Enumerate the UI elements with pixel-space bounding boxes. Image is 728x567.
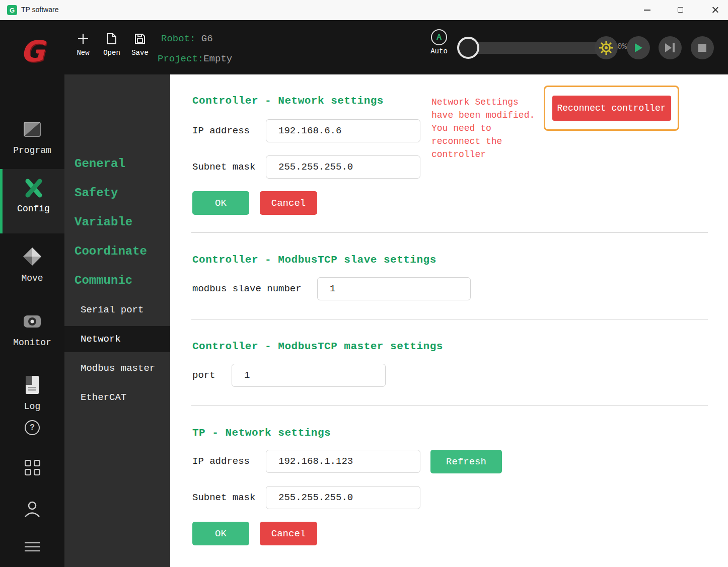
user-icon — [21, 498, 43, 520]
config-icon — [23, 177, 45, 199]
speed-percent: 0% — [617, 42, 627, 51]
new-button[interactable]: New — [70, 32, 96, 57]
controller-network-cancel-button[interactable]: Cancel — [260, 191, 317, 215]
modbus-master-port-input[interactable] — [232, 364, 386, 387]
auto-mode-label: Auto — [423, 47, 455, 55]
modbus-slave-number-input[interactable] — [317, 277, 471, 300]
ip-address-label: IP address — [192, 119, 250, 142]
gear-icon — [598, 40, 614, 56]
tp-network-cancel-button[interactable]: Cancel — [260, 522, 317, 545]
minimize-button[interactable] — [635, 0, 659, 20]
section-title-tp-network: TP - Network settings — [192, 427, 331, 439]
refresh-button[interactable]: Refresh — [430, 450, 502, 473]
sidebar-item-log[interactable]: Log — [0, 374, 64, 412]
help-icon: ? — [25, 420, 40, 435]
menu-button[interactable] — [0, 539, 64, 554]
nav-item-general[interactable]: General — [75, 155, 125, 173]
divider — [191, 232, 708, 233]
sidebar-item-label: Program — [0, 145, 64, 155]
robot-value: G6 — [201, 33, 213, 44]
auto-mode-icon: A — [431, 29, 447, 45]
nav-item-variable[interactable]: Variable — [75, 213, 132, 231]
section-title-modbus-master: Controller - ModbusTCP master settings — [192, 341, 443, 352]
help-button[interactable]: ? — [0, 420, 64, 435]
robot-label: Robot: — [161, 33, 195, 44]
step-icon — [664, 42, 676, 53]
nav-item-communic[interactable]: Communic — [75, 272, 132, 290]
play-icon — [633, 42, 643, 53]
nav-item-safety[interactable]: Safety — [75, 184, 118, 202]
close-icon — [711, 6, 719, 14]
sidebar-item-program[interactable]: Program — [0, 119, 64, 155]
titlebar: G TP software — [0, 0, 728, 20]
speed-slider-track[interactable] — [461, 42, 612, 54]
tp-ip-input[interactable] — [266, 450, 420, 473]
step-button[interactable] — [659, 36, 682, 59]
settings-button[interactable] — [595, 36, 618, 59]
reconnect-controller-button[interactable]: Reconnect controller — [552, 96, 671, 121]
sidebar-item-config[interactable]: Config — [0, 169, 64, 233]
nav-item-serial-port[interactable]: Serial port — [81, 302, 143, 318]
divider — [191, 319, 708, 319]
stop-button[interactable] — [691, 36, 714, 59]
app-logo-icon: G — [7, 5, 17, 15]
robot-status: Robot: G6 — [161, 33, 213, 44]
controller-mask-input[interactable] — [266, 155, 420, 179]
tp-mask-input[interactable] — [266, 486, 420, 509]
new-button-label: New — [70, 49, 96, 57]
program-icon — [22, 119, 43, 140]
sidebar-item-label: Config — [3, 204, 64, 214]
nav-item-coordinate[interactable]: Coordinate — [75, 242, 147, 261]
stop-icon — [698, 44, 706, 52]
open-button[interactable]: Open — [99, 32, 124, 57]
sidebar: G Program Config Move — [0, 20, 64, 567]
brand-logo-icon: G — [0, 34, 64, 68]
new-file-icon — [77, 32, 89, 45]
maximize-button[interactable] — [669, 0, 692, 20]
project-value: Empty — [203, 53, 232, 64]
section-title-controller-network: Controller - Network settings — [192, 95, 384, 107]
sidebar-item-move[interactable]: Move — [0, 246, 64, 283]
play-button[interactable] — [627, 36, 650, 59]
port-label: port — [192, 364, 215, 387]
hamburger-icon — [25, 539, 40, 554]
subnet-mask-label: Subnet mask — [192, 155, 255, 179]
app-window: G TP software G Program Config — [0, 0, 728, 567]
save-button-label: Save — [127, 49, 153, 57]
reconnect-highlight-frame: Reconnect controller — [544, 86, 679, 131]
monitor-icon — [21, 310, 43, 332]
tp-ip-address-label: IP address — [192, 450, 250, 473]
speed-slider-handle[interactable] — [457, 37, 479, 59]
sidebar-item-label: Move — [0, 273, 64, 283]
log-icon — [22, 374, 42, 396]
apps-grid-icon — [25, 460, 40, 475]
save-icon — [133, 32, 147, 45]
divider — [191, 406, 708, 406]
network-warning-text: Network Settings have been modified. You… — [431, 96, 543, 161]
user-button[interactable] — [0, 498, 64, 520]
maximize-icon — [678, 7, 683, 13]
save-button[interactable]: Save — [127, 32, 153, 57]
minimize-icon — [644, 10, 650, 11]
auto-mode-toggle[interactable]: A Auto — [423, 29, 455, 55]
open-button-label: Open — [99, 49, 124, 57]
modbus-slave-number-label: modbus slave number — [192, 277, 302, 300]
project-status: Project:Empty — [158, 53, 232, 64]
open-file-icon — [105, 32, 118, 45]
controller-ip-input[interactable] — [266, 119, 420, 142]
move-icon — [21, 246, 43, 268]
apps-button[interactable] — [0, 460, 64, 475]
project-label: Project: — [158, 53, 203, 64]
sidebar-item-label: Log — [0, 401, 64, 412]
nav-item-ethercat[interactable]: EtherCAT — [81, 389, 126, 406]
app-title: TP software — [21, 0, 58, 20]
tp-network-ok-button[interactable]: OK — [192, 522, 249, 545]
sidebar-item-label: Monitor — [0, 338, 64, 348]
main-content: Controller - Network settings Network Se… — [170, 74, 728, 567]
nav-item-modbus-master[interactable]: Modbus master — [81, 360, 155, 376]
sidebar-item-monitor[interactable]: Monitor — [0, 310, 64, 348]
controller-network-ok-button[interactable]: OK — [192, 191, 249, 215]
close-button[interactable] — [702, 0, 728, 20]
toolbar: New Open Save Robot: G6 Project:Empty A — [64, 20, 728, 74]
nav-item-network-active[interactable]: Network — [64, 326, 170, 352]
